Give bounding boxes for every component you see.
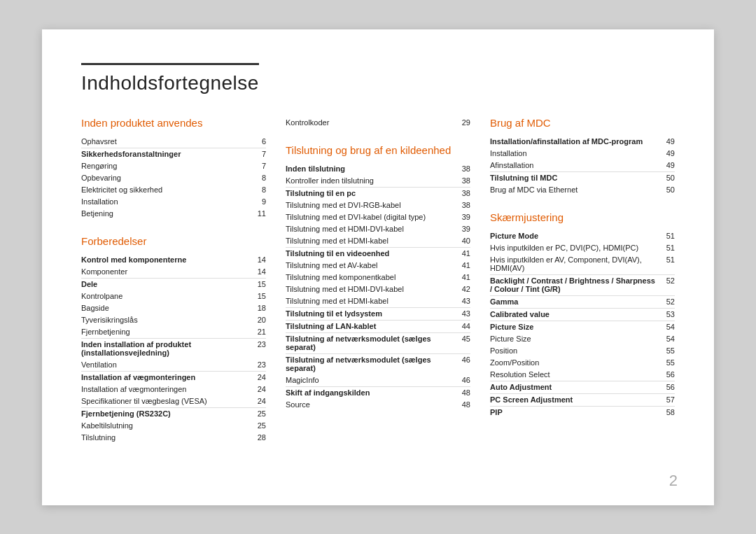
table-row: MagicInfo46 <box>286 374 470 387</box>
row-page: 28 <box>249 432 266 444</box>
row-label: Sikkerhedsforanstaltninger <box>81 148 249 160</box>
toc-table-1: Picture Mode51Hvis inputkilden er PC, DV… <box>490 230 675 419</box>
table-row: Bagside18 <box>81 302 266 314</box>
row-page: 55 <box>658 357 675 369</box>
row-page: 15 <box>249 278 266 290</box>
row-label: Dele <box>81 278 249 290</box>
table-row: Afinstallation49 <box>490 160 675 172</box>
table-row: Tilslutning med et HDMI-kabel40 <box>286 235 470 248</box>
row-label: MagicInfo <box>286 374 454 387</box>
table-row: Backlight / Contrast / Brightness / Shar… <box>490 274 675 295</box>
row-label: Tilslutning til MDC <box>490 171 658 184</box>
table-row: Tilslutning28 <box>81 432 266 444</box>
page-title: Indholdsfortegnelse <box>81 72 259 94</box>
row-label: Rengøring <box>81 160 249 172</box>
table-row: Tilslutning til MDC50 <box>490 171 675 184</box>
title-area: Indholdsfortegnelse <box>81 63 259 94</box>
row-label: PC Screen Adjustment <box>490 393 658 406</box>
row-page: 24 <box>249 384 266 395</box>
row-page: 41 <box>454 247 470 260</box>
table-row: PIP58 <box>490 406 675 419</box>
table-row: Tilslutning af LAN-kablet44 <box>286 320 470 332</box>
table-row: Auto Adjustment56 <box>490 381 675 393</box>
row-label: Installation <box>81 196 249 208</box>
row-page: 23 <box>249 359 266 372</box>
table-row: Tilslutning af netværksmodulet (sælges s… <box>286 353 470 374</box>
table-row: Inden installation af produktet (install… <box>81 338 266 359</box>
row-page: 39 <box>454 211 470 223</box>
section-title-0: Brug af MDC <box>490 117 675 129</box>
row-page: 49 <box>658 160 675 172</box>
toc-table-0: Kontrolkoder29 <box>286 117 470 129</box>
row-label: Tilslutning til en pc <box>286 187 454 199</box>
row-label: Kontrol med komponenterne <box>81 254 249 266</box>
row-label: Inden tilslutning <box>286 163 454 175</box>
table-row: Kontrolpane15 <box>81 290 266 302</box>
table-row: Ventilation23 <box>81 359 266 372</box>
row-label: Gamma <box>490 295 658 308</box>
row-label: Installation/afinstallation af MDC-progr… <box>490 136 658 148</box>
table-row: Kontrol med komponenterne14 <box>81 254 266 266</box>
row-page: 39 <box>454 223 470 235</box>
row-page: 53 <box>658 308 675 321</box>
row-label: Tilslutning til et lydsystem <box>286 307 454 320</box>
row-label: Hvis inputkilden er PC, DVI(PC), HDMI(PC… <box>490 242 658 254</box>
row-page: 38 <box>454 199 470 211</box>
row-label: Picture Size <box>490 321 658 333</box>
row-page: 57 <box>658 393 675 406</box>
table-row: Kontrolkoder29 <box>286 117 470 129</box>
row-label: Kontrolkoder <box>286 117 454 129</box>
row-label: Ophavsret <box>81 136 249 148</box>
table-row: Picture Size54 <box>490 321 675 333</box>
row-page: 29 <box>454 117 470 129</box>
row-page: 40 <box>454 235 470 248</box>
row-page: 6 <box>249 136 266 148</box>
row-page: 48 <box>454 399 470 411</box>
table-row: Opbevaring8 <box>81 172 266 184</box>
row-page: 52 <box>658 274 675 295</box>
row-page: 24 <box>249 395 266 408</box>
row-page: 21 <box>249 326 266 339</box>
row-page: 43 <box>454 295 470 308</box>
row-page: 25 <box>249 407 266 420</box>
row-page: 38 <box>454 187 470 199</box>
row-label: Picture Size <box>490 333 658 345</box>
table-row: Kabeltilslutning25 <box>81 420 266 432</box>
row-label: Tilslutning til en videoenhed <box>286 247 454 260</box>
row-label: Elektricitet og sikkerhed <box>81 184 249 196</box>
row-label: Tilslutning af netværksmodulet (sælges s… <box>286 353 454 374</box>
row-label: Fjernbetjening <box>81 326 249 339</box>
table-row: Source48 <box>286 399 470 411</box>
row-page: 15 <box>249 290 266 302</box>
row-page: 51 <box>658 242 675 254</box>
row-label: Kabeltilslutning <box>81 420 249 432</box>
row-page: 56 <box>658 369 675 381</box>
document-page: Indholdsfortegnelse Inden produktet anve… <box>42 29 714 505</box>
table-row: Tilslutning med komponentkabel41 <box>286 272 470 283</box>
row-page: 43 <box>454 307 470 320</box>
table-row: Ophavsret6 <box>81 136 266 148</box>
row-page: 24 <box>249 371 266 384</box>
row-label: Zoom/Position <box>490 357 658 369</box>
row-page: 52 <box>658 295 675 308</box>
row-label: Tilslutning med et AV-kabel <box>286 260 454 272</box>
row-label: Inden installation af produktet (install… <box>81 338 249 359</box>
row-label: Skift af indgangskilden <box>286 386 454 399</box>
table-row: Tilslutning med et DVI-kabel (digital ty… <box>286 211 470 223</box>
table-row: Hvis inputkilden er AV, Component, DVI(A… <box>490 254 675 275</box>
row-page: 18 <box>249 302 266 314</box>
row-label: Backlight / Contrast / Brightness / Shar… <box>490 274 658 295</box>
table-row: Tilslutning til en videoenhed41 <box>286 247 470 260</box>
table-row: Specifikationer til vægbeslag (VESA)24 <box>81 395 266 408</box>
row-page: 55 <box>658 345 675 357</box>
row-label: Installation af vægmonteringen <box>81 371 249 384</box>
row-page: 41 <box>454 272 470 283</box>
table-row: Tilslutning til et lydsystem43 <box>286 307 470 320</box>
row-page: 14 <box>249 266 266 279</box>
row-page: 44 <box>454 320 470 332</box>
row-label: Source <box>286 399 454 411</box>
table-row: Inden tilslutning38 <box>286 163 470 175</box>
table-row: Brug af MDC via Ethernet50 <box>490 184 675 196</box>
row-page: 9 <box>249 196 266 208</box>
row-page: 25 <box>249 420 266 432</box>
